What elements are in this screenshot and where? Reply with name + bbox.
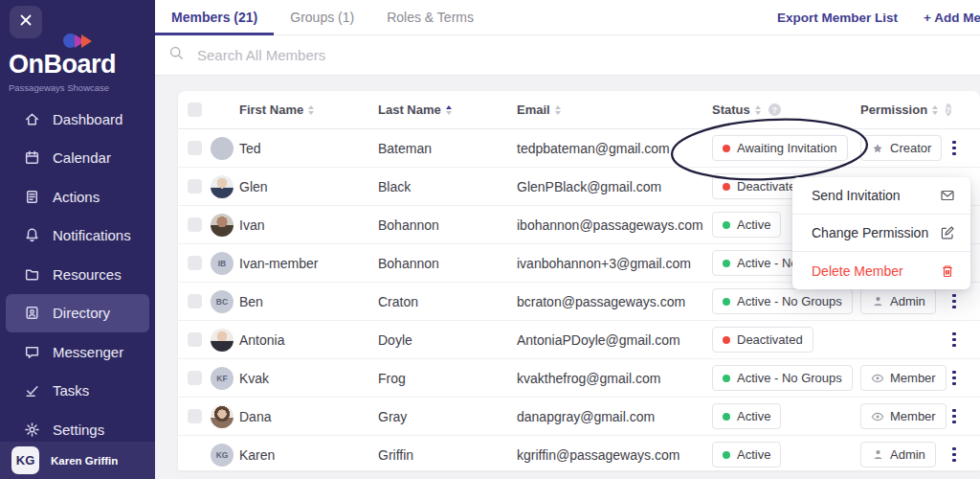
- kebab-menu-icon[interactable]: [948, 444, 960, 467]
- check-icon: [24, 382, 40, 399]
- app-title: OnBoard: [9, 50, 116, 80]
- row-checkbox[interactable]: [188, 409, 202, 423]
- first-name-cell: Ted: [239, 141, 378, 156]
- select-all-checkbox[interactable]: [188, 103, 202, 117]
- first-name-cell: Ivan: [239, 217, 378, 233]
- sidebar-item-directory[interactable]: Directory: [6, 294, 149, 333]
- status-badge: Active - No Groups: [712, 288, 853, 314]
- search-input[interactable]: [197, 47, 580, 63]
- menu-item-change-permission[interactable]: Change Permission: [792, 215, 970, 252]
- id-badge-icon: [24, 305, 40, 321]
- avatar: BC: [211, 290, 234, 313]
- close-sidebar-button[interactable]: [10, 6, 42, 38]
- status-badge: Active: [712, 442, 781, 468]
- status-dot-icon: [723, 183, 730, 191]
- tab-members[interactable]: Members (21): [155, 0, 274, 34]
- table-row: KF Kvak Frog kvakthefrog@gmail.com Activ…: [178, 359, 980, 398]
- sidebar-nav: Dashboard Calendar Actions Notifications…: [0, 100, 155, 449]
- first-name-cell: Dana: [239, 409, 378, 424]
- admin-icon: [871, 448, 884, 462]
- row-checkbox[interactable]: [188, 179, 202, 194]
- export-member-list-button[interactable]: Export Member List: [777, 11, 898, 25]
- status-dot-icon: [723, 336, 730, 344]
- email-cell: kgriffin@passageways.com: [517, 447, 712, 463]
- column-header-last-name[interactable]: Last Name: [378, 103, 517, 117]
- sidebar-item-actions[interactable]: Actions: [0, 177, 155, 217]
- last-name-cell: Gray: [378, 409, 517, 424]
- row-checkbox[interactable]: [188, 294, 202, 308]
- menu-item-send-invitation[interactable]: Send Invitation: [792, 177, 970, 215]
- status-dot-icon: [723, 221, 730, 229]
- edit-icon: [940, 225, 955, 240]
- main-content: Members (21) Groups (1) Roles & Terms Ex…: [155, 0, 980, 479]
- row-checkbox[interactable]: [188, 141, 202, 155]
- column-header-status[interactable]: Status: [712, 103, 860, 117]
- email-cell: bcraton@passageways.com: [517, 294, 712, 309]
- tab-groups[interactable]: Groups (1): [274, 0, 370, 34]
- sort-icon: [755, 105, 761, 115]
- menu-item-delete-member[interactable]: Delete Member: [792, 252, 970, 289]
- row-checkbox[interactable]: [188, 217, 202, 232]
- search-icon: [168, 45, 185, 65]
- status-dot-icon: [723, 413, 730, 421]
- table-header-row: First Name Last Name Email Status: [178, 91, 980, 129]
- table-row: KG Karen Griffin kgriffin@passageways.co…: [178, 436, 980, 470]
- document-icon: [24, 189, 40, 205]
- envelope-icon: [940, 188, 955, 203]
- sidebar-user[interactable]: KG Karen Griffin: [0, 442, 155, 479]
- status-badge: Awaiting Invitation: [712, 135, 848, 161]
- sidebar-item-tasks[interactable]: Tasks: [0, 372, 155, 411]
- avatar: KG: [211, 444, 234, 467]
- kebab-menu-icon[interactable]: [948, 405, 960, 428]
- header-actions: Export Member List + Add Member: [777, 0, 980, 34]
- sort-icon: [308, 105, 314, 115]
- sidebar-item-dashboard[interactable]: Dashboard: [0, 100, 155, 139]
- sidebar-item-messenger[interactable]: Messenger: [0, 332, 155, 372]
- avatar: IB: [211, 252, 234, 275]
- sidebar-item-calendar[interactable]: Calendar: [0, 139, 155, 178]
- status-dot-icon: [723, 145, 730, 152]
- permission-help-icon[interactable]: [946, 103, 951, 116]
- avatar: [211, 137, 234, 160]
- first-name-cell: Ivan-member: [239, 256, 378, 271]
- column-header-email[interactable]: Email: [517, 103, 712, 117]
- status-dot-icon: [723, 451, 730, 459]
- permission-badge[interactable]: Admin: [860, 442, 936, 468]
- last-name-cell: Craton: [378, 294, 517, 309]
- table-row: Dana Gray danapgray@gmail.com Active Mem…: [178, 398, 980, 436]
- first-name-cell: Ben: [239, 294, 378, 309]
- sort-icon: [932, 105, 938, 115]
- avatar: [211, 214, 234, 237]
- kebab-menu-icon[interactable]: [948, 329, 960, 352]
- admin-icon: [871, 295, 884, 308]
- tab-roles-terms[interactable]: Roles & Terms: [370, 0, 490, 34]
- first-name-cell: Karen: [239, 447, 378, 463]
- kebab-menu-icon[interactable]: [948, 137, 960, 160]
- sidebar-item-notifications[interactable]: Notifications: [0, 217, 155, 256]
- last-name-cell: Bohannon: [378, 217, 517, 233]
- permission-badge[interactable]: Member: [860, 365, 947, 391]
- last-name-cell: Bateman: [378, 141, 517, 156]
- sidebar-item-resources[interactable]: Resources: [0, 255, 155, 294]
- email-cell: danapgray@gmail.com: [517, 409, 712, 424]
- row-checkbox[interactable]: [188, 256, 202, 270]
- kebab-menu-icon[interactable]: [948, 290, 960, 313]
- permission-badge[interactable]: Creator: [860, 135, 942, 161]
- add-member-button[interactable]: + Add Member: [924, 11, 980, 25]
- folder-icon: [24, 266, 40, 283]
- column-header-first-name[interactable]: First Name: [239, 103, 378, 117]
- last-name-cell: Frog: [378, 371, 517, 386]
- kebab-menu-icon[interactable]: [948, 367, 960, 390]
- row-checkbox[interactable]: [188, 371, 202, 385]
- permission-badge[interactable]: Admin: [860, 288, 936, 314]
- calendar-icon: [24, 149, 40, 166]
- status-dot-icon: [723, 375, 730, 382]
- status-badge: Active: [712, 403, 781, 429]
- status-help-icon[interactable]: [768, 103, 781, 116]
- sort-icon: [555, 105, 561, 115]
- email-cell: GlenPBlack@gmail.com: [517, 179, 712, 194]
- row-checkbox[interactable]: [188, 332, 202, 347]
- column-header-permission[interactable]: Permission: [860, 103, 948, 117]
- status-dot-icon: [723, 298, 730, 306]
- permission-badge[interactable]: Member: [860, 403, 947, 429]
